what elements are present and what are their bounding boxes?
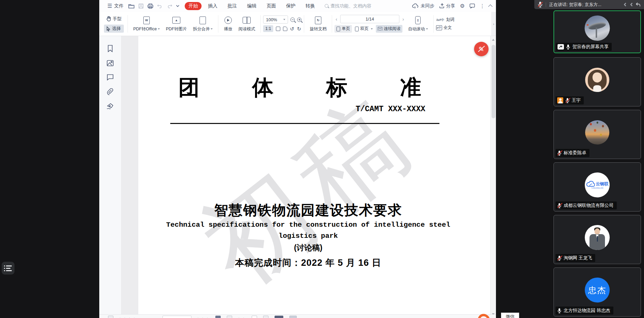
cursor-icon [106,26,110,31]
full-translate-icon: a中 [436,25,442,30]
play-button[interactable]: 播放 [221,16,235,32]
dropdown-caret [426,28,428,30]
restore-view-icon[interactable] [635,2,641,7]
tab-comment[interactable]: 批注 [224,2,241,10]
page-indicator-input[interactable]: 1/14 [340,15,399,23]
sync-status-button[interactable]: 未同步 [412,3,434,9]
participant-name: 成都云钢联物流有限公司 [564,202,614,209]
notes-list-icon [4,270,14,271]
avatar-face [595,228,600,234]
signature-stamp-icon[interactable] [106,103,114,110]
tab-protect[interactable]: 保护 [282,2,299,10]
tab-edit[interactable]: 编辑 [243,2,260,10]
tab-convert[interactable]: 转换 [302,2,319,10]
document-title-en-line2: logistics park [138,232,478,240]
participant-tile[interactable]: 贺宗春的屏幕共享 [553,10,641,53]
participant-tile[interactable]: 淘钢网 王龙飞 [553,215,641,264]
scrollbar-thumb[interactable] [492,45,495,118]
actual-size-button[interactable]: 1:1 [263,25,273,32]
image-icon[interactable] [107,60,114,66]
continuous-view-icon [378,27,382,31]
pdf-to-office-button[interactable]: W PDF转Office [130,16,163,32]
participant-tile[interactable]: 云钢联 YUNGANGLIAN 成都云钢联物流有限公司 [553,162,641,212]
standard-code: T/CAMT XXX-XXXX [138,105,425,114]
fit-page-icon[interactable] [283,27,287,31]
rotate-document-button[interactable]: ↻ 旋转文档 [307,16,329,32]
more-options-icon[interactable]: ⋮ [480,3,485,9]
feedback-comment-icon[interactable] [469,3,475,8]
read-mode-button[interactable]: 阅读模式 [235,16,258,32]
annotation-rail [99,36,121,318]
scroll-up-arrow[interactable] [492,39,495,41]
mic-muted-icon [557,255,562,261]
double-page-view-button[interactable]: 双页 [353,25,375,33]
continuous-view-button[interactable]: 连续阅读 [376,25,402,33]
statusbar-icon-stub[interactable] [275,316,283,318]
rotate-left-icon[interactable]: ↺ [290,26,294,31]
company-logo-subtext: YUNGANGLIAN [591,187,603,189]
search-icon [325,4,328,8]
participant-label: 淘钢网 王龙飞 [556,254,595,262]
notes-list-icon [4,268,14,269]
comment-icon[interactable] [107,74,114,81]
split-merge-icon [200,17,206,24]
tab-insert[interactable]: 插入 [204,2,221,10]
statusbar-icon-stub[interactable] [289,316,297,318]
word-translate-button[interactable]: a⇄中 划词 [436,17,458,23]
hamburger-menu-icon[interactable]: ☰ [107,3,112,9]
avatar-blouse [593,85,601,92]
wps-quick-tool-button[interactable]: ✎ [474,42,489,56]
open-folder-icon[interactable] [128,3,135,9]
company-logo-text: 云钢联 [596,181,609,187]
participant-label: 标准委陈卓 [556,149,589,157]
single-page-view-button[interactable]: 单页 [334,25,352,33]
fit-width-icon[interactable] [276,27,280,31]
document-viewport[interactable]: 初稿 团体标准 T/CAMT XXX-XXXX 智慧钢铁物流园建设技术要求 Te… [121,36,496,318]
participant-label: 北方恒达物流园 韩忠杰 [556,307,613,315]
statusbar-icon-stub[interactable] [108,316,113,318]
previous-page-icon[interactable]: ‹ [334,17,338,22]
collapse-ribbon-icon[interactable] [488,4,493,9]
tab-page[interactable]: 页面 [263,2,280,10]
speaking-indicator: 正在讲话: 贺宗春; 京东方... [549,2,601,8]
next-page-icon[interactable]: › [401,17,405,22]
attachment-icon[interactable] [107,88,114,95]
search-input[interactable]: 查找功能、文档内容 [325,3,371,9]
my-mic-muted-icon[interactable] [538,1,543,8]
settings-gear-icon[interactable]: ⚙ [460,3,465,9]
select-tool-button[interactable]: 选择 [104,25,124,33]
print-icon[interactable] [147,3,153,9]
save-icon[interactable] [138,3,144,9]
split-merge-button[interactable]: 拆分合并 [190,16,216,32]
participant-tile[interactable]: 王宇 [553,57,641,106]
vertical-scrollbar[interactable] [490,36,496,318]
redo-icon[interactable] [167,4,172,8]
hand-tool-button[interactable]: 手型 [104,15,124,23]
full-translate-button[interactable]: a中 全文 [436,25,458,31]
zoom-out-icon[interactable]: – [290,18,295,22]
avatar: 云钢联 YUNGANGLIAN [585,172,610,197]
zoom-level-select[interactable]: 100% [263,15,288,24]
meeting-notes-button[interactable] [2,262,14,275]
zoom-in-icon[interactable]: + [297,18,301,22]
mic-muted-icon [557,203,562,209]
dropdown-caret [211,28,213,30]
wps-status-bar: · · · · · · · · · [99,314,496,318]
quick-access-dropdown-icon[interactable] [176,5,179,7]
bookmark-icon[interactable] [107,45,113,52]
rotate-right-icon[interactable]: ↻ [297,26,301,31]
participant-tile[interactable]: 标准委陈卓 [553,110,641,159]
share-button[interactable]: 分享 [439,3,455,9]
pdf-to-image-button[interactable]: ▲ PDF转图片 [163,16,190,32]
ribbon-expander[interactable]: › [491,12,496,36]
tab-home[interactable]: 开始 [185,2,202,10]
collapse-left-icon[interactable] [629,2,634,7]
participant-name: 王宇 [572,97,581,103]
auto-scroll-button[interactable]: ⇕ 自动滚动 [405,16,431,32]
file-menu[interactable]: 文件 [114,3,123,9]
avatar-face [593,72,602,83]
participant-tile[interactable]: 忠杰 北方恒达物流园 韩忠杰 [553,267,641,317]
menubar: ☰ 文件 开始 插入 批注 编辑 页面 保护 转换 查找功能、文档内容 未同步 [99,0,496,12]
undo-icon[interactable] [157,4,163,8]
collapse-left-icon[interactable] [622,2,628,7]
